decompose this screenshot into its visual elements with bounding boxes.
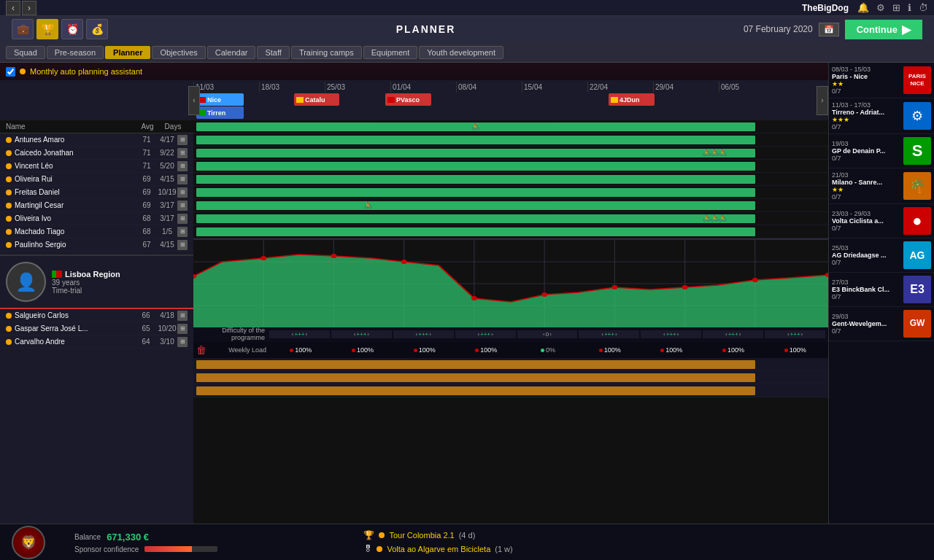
nav-arrows[interactable]: ‹ ›	[6, 1, 36, 15]
rider-row[interactable]: Caicedo Jonathan 71 9/22 ⊞	[0, 147, 193, 160]
rider-settings-icon[interactable]: ⊞	[177, 311, 188, 321]
rider-row[interactable]: Martingil Cesar 69 3/17 ⊞	[0, 199, 193, 212]
rider-settings-icon[interactable]: ⊞	[177, 240, 188, 250]
clock-btn[interactable]: ⏰	[61, 19, 83, 39]
tab-training-camps[interactable]: Training camps	[291, 46, 362, 59]
rider-settings-icon[interactable]: ⊞	[177, 187, 188, 198]
difficulty-items: ‹+++› ‹+++› ‹+++› ‹+++› ‹0› ‹+++› ‹+++› …	[269, 330, 825, 338]
wl-pct: 100%	[727, 346, 744, 354]
rider-settings-icon[interactable]: ⊞	[177, 324, 188, 334]
weekly-load-bar: 🗑 Weekly Load 100% 100% 100% 100% 0% 100…	[193, 342, 828, 358]
rider-name: Salgueiro Carlos	[15, 311, 135, 319]
rider-settings-icon[interactable]: ⊞	[177, 201, 188, 211]
wl-item: 100%	[765, 346, 825, 354]
chart-bar: 🚴	[196, 201, 755, 210]
tab-planner[interactable]: Planner	[105, 46, 150, 59]
tab-objectives[interactable]: Objectives	[152, 46, 205, 59]
rider-row[interactable]: Gaspar Serra José L... 65 10/20 ⊞	[0, 322, 193, 335]
tab-squad[interactable]: Squad	[6, 46, 45, 59]
nav-forward[interactable]: ›	[22, 1, 36, 15]
svg-point-17	[541, 292, 547, 297]
tab-youth-development[interactable]: Youth development	[419, 46, 503, 59]
auto-planning-bar: Monthly auto planning assistant	[0, 63, 828, 80]
grid-icon[interactable]: ⊞	[892, 2, 900, 13]
rider-row[interactable]: Paulinho Sergio 67 4/15 ⊞	[0, 238, 193, 252]
wl-dot	[660, 349, 664, 352]
rider-settings-icon[interactable]: ⊞	[177, 161, 188, 171]
rider-row[interactable]: Machado Tiago 68 1/5 ⊞	[0, 225, 193, 238]
race-panel-item[interactable]: 27/03 E3 BinckBank Cl... 0/7 E3	[829, 273, 934, 307]
rider-settings-icon[interactable]: ⊞	[177, 135, 188, 145]
diff-item[interactable]: ‹+++›	[455, 330, 516, 338]
race-dates: 21/03	[832, 171, 901, 179]
diff-arrow-l: ‹	[292, 331, 294, 338]
diff-item[interactable]: ‹+++›	[269, 330, 330, 338]
manager-flag	[52, 271, 62, 278]
rider-row[interactable]: Antunes Amaro 71 4/17 ⊞	[0, 133, 193, 147]
diff-item[interactable]: ‹+++›	[765, 330, 825, 338]
diff-item[interactable]: ‹+++›	[703, 330, 763, 338]
race-logo: GW	[903, 310, 931, 338]
race-panel-item[interactable]: 23/03 - 29/03 Volta Ciclista a... 0/7 ●	[829, 204, 934, 238]
tab-calendar[interactable]: Calendar	[207, 46, 256, 59]
race-panel-item[interactable]: 25/03 AG Driedaagse ... 0/7 AG	[829, 238, 934, 273]
race-score: 0/7	[832, 259, 901, 266]
wl-dot	[541, 349, 544, 352]
sponsor-fill	[144, 546, 192, 552]
rider-settings-icon[interactable]: ⊞	[177, 148, 188, 158]
race-panel-item[interactable]: 21/03 Milano - Sanre... ★★ 0/7 🌴	[829, 168, 934, 204]
rider-row[interactable]: Freitas Daniel 69 10/19 ⊞	[0, 186, 193, 199]
top-bar-center: TheBigDog 🔔 ⚙ ⊞ ℹ ⏱	[802, 2, 928, 13]
nav-back[interactable]: ‹	[6, 1, 20, 15]
chart-bar	[196, 162, 755, 171]
race-logo: ●	[903, 207, 931, 235]
rider-dot	[6, 339, 12, 345]
tab-staff[interactable]: Staff	[257, 46, 289, 59]
continue-button[interactable]: Continue ▶	[845, 20, 922, 39]
rider-row[interactable]: Vincent Léo 71 5/20 ⊞	[0, 160, 193, 173]
diff-item[interactable]: ‹+++›	[579, 330, 639, 338]
tab-preseason[interactable]: Pre-season	[47, 46, 104, 59]
auto-planning-checkbox[interactable]	[6, 67, 15, 77]
auto-dot	[20, 69, 26, 74]
race-name: Milano - Sanre...	[832, 179, 901, 186]
chart-row	[193, 186, 828, 199]
chart-row	[193, 225, 828, 238]
settings1-icon[interactable]: ⚙	[876, 2, 885, 13]
diff-item[interactable]: ‹0›	[517, 330, 578, 338]
rider-settings-icon[interactable]: ⊞	[177, 174, 188, 184]
diff-item[interactable]: ‹+++›	[641, 330, 701, 338]
rider-settings-icon[interactable]: ⊞	[177, 227, 188, 237]
race-score: 0/7	[832, 123, 901, 131]
dollar-btn[interactable]: 💰	[86, 19, 108, 39]
calendar-btn[interactable]: 📅	[819, 23, 839, 36]
race-panel-item[interactable]: 29/03 Gent-Wevelgem... 0/7 GW	[829, 307, 934, 341]
tab-equipment[interactable]: Equipment	[363, 46, 418, 59]
rider-row[interactable]: Oliveira Rui 69 4/15 ⊞	[0, 173, 193, 186]
wl-pct: 0%	[546, 346, 555, 354]
diff-item[interactable]: ‹+++›	[393, 330, 454, 338]
rider-dot	[6, 203, 12, 209]
bell-icon[interactable]: 🔔	[857, 2, 869, 13]
rider-row[interactable]: Salgueiro Carlos 66 4/18 ⊞	[0, 309, 193, 322]
rider-row[interactable]: Carvalho Andre 64 3/10 ⊞	[0, 335, 193, 349]
active-btn[interactable]: 🏆	[36, 19, 58, 39]
rider-settings-icon[interactable]: ⊞	[177, 214, 188, 224]
rider-rows-container: Antunes Amaro 71 4/17 ⊞ Caicedo Jonathan…	[0, 133, 193, 524]
rider-days: 4/18	[157, 311, 177, 319]
diff-item[interactable]: ‹+++›	[331, 330, 392, 338]
scroll-right-arrow[interactable]: ›	[817, 86, 828, 115]
event-2-name[interactable]: Volta ao Algarve em Bicicleta	[387, 545, 490, 553]
rider-avg: 64	[135, 338, 157, 346]
trash-icon[interactable]: 🗑	[196, 344, 212, 356]
race-logo: 🌴	[903, 172, 931, 200]
event-dot-2	[377, 546, 382, 552]
scroll-left-arrow[interactable]: ‹	[188, 86, 200, 115]
race-panel-item[interactable]: 19/03 GP de Denain P... 0/7 S	[829, 134, 934, 168]
info-icon[interactable]: ℹ	[908, 2, 911, 13]
briefcase-btn[interactable]: 💼	[12, 19, 34, 39]
rider-row[interactable]: Oliveira Ivo 68 3/17 ⊞	[0, 212, 193, 225]
time-icon[interactable]: ⏱	[919, 2, 928, 13]
event-1-name[interactable]: Tour Colombia 2.1	[389, 531, 454, 540]
rider-settings-icon[interactable]: ⊞	[177, 337, 188, 347]
